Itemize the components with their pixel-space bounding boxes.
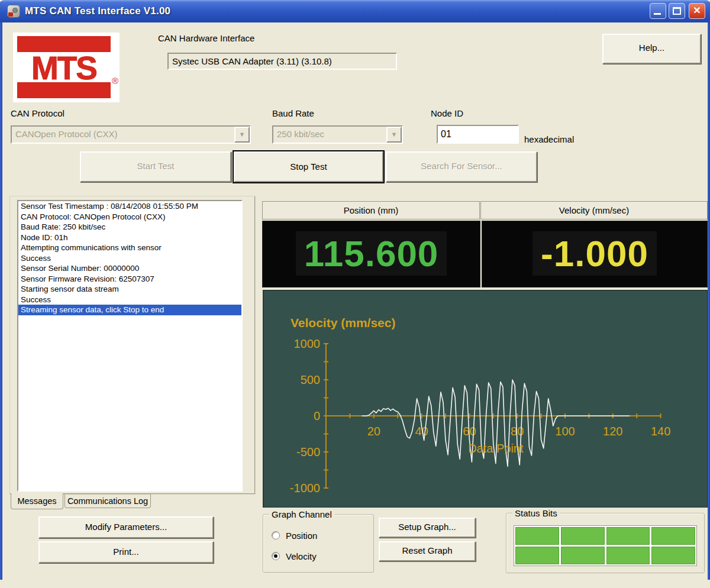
log-message-row[interactable]: Attempting communications with sensor [18, 243, 241, 253]
can-protocol-select: CANOpen Protocol (CXX) ▼ [11, 125, 251, 144]
velocity-header: Velocity (mm/sec) [480, 201, 708, 219]
start-test-button: Start Test [80, 151, 231, 182]
close-icon: ✕ [689, 5, 705, 16]
velocity-graph-panel: 20406080100120140-1000-50005001000Veloci… [263, 290, 708, 508]
status-bit-cell [606, 527, 650, 545]
maximize-button[interactable] [669, 3, 685, 19]
status-bit-cell [606, 547, 650, 564]
chevron-down-icon: ▼ [386, 127, 402, 143]
log-message-row[interactable]: Baud Rate: 250 kbit/sec [18, 222, 241, 232]
graph-channel-label: Graph Channel [269, 509, 334, 519]
maximize-icon [673, 7, 681, 15]
graph-channel-group: Graph Channel Position Velocity [263, 514, 374, 573]
minimize-icon [654, 13, 661, 15]
log-message-row[interactable]: CAN Protocol: CANOpen Protocol (CXX) [18, 212, 241, 222]
mts-logo-text: MTS [17, 50, 111, 86]
svg-text:0: 0 [314, 409, 320, 422]
search-for-sensor-button: Search For Sensor... [386, 151, 537, 182]
position-header: Position (mm) [262, 201, 480, 219]
can-hardware-interface-label: CAN Hardware Interface [158, 33, 254, 43]
velocity-radio[interactable] [272, 552, 280, 560]
window-border-left [0, 22, 2, 580]
close-button[interactable]: ✕ [689, 3, 705, 19]
position-radio[interactable] [272, 531, 280, 539]
status-bit-cell [515, 527, 559, 545]
can-protocol-label: CAN Protocol [11, 108, 64, 118]
svg-text:1000: 1000 [294, 337, 321, 350]
status-bit-cell [651, 527, 695, 545]
reset-graph-button[interactable]: Reset Graph [379, 541, 476, 561]
status-bits-grid [514, 525, 697, 566]
modify-parameters-button[interactable]: Modify Parameters... [38, 516, 214, 538]
tab-communications-log[interactable]: Communications Log [64, 494, 151, 508]
log-message-row[interactable]: Sensor Firmware Revision: 62507307 [18, 274, 241, 285]
log-message-row[interactable]: Success [18, 253, 241, 264]
velocity-value: -1.000 [532, 231, 657, 276]
message-list[interactable]: Sensor Test Timestamp : 08/14/2008 01:55… [17, 200, 243, 492]
log-message-row[interactable]: Streaming sensor data, click Stop to end [18, 305, 241, 315]
mts-logo: MTS ® [13, 33, 120, 102]
baud-rate-value: 250 kbit/sec [277, 129, 324, 139]
minimize-button[interactable] [650, 3, 666, 19]
stop-test-button[interactable]: Stop Test [233, 150, 385, 183]
can-hardware-interface-field: Systec USB CAN Adapter (3.11) (3.10.8) [167, 53, 397, 70]
svg-text:Data Point: Data Point [468, 442, 524, 455]
print-button[interactable]: Print... [38, 541, 214, 563]
chevron-down-icon: ▼ [234, 127, 250, 143]
svg-text:100: 100 [555, 425, 575, 438]
status-bit-cell [561, 547, 605, 564]
baud-rate-label: Baud Rate [272, 108, 314, 118]
node-id-label: Node ID [431, 108, 463, 118]
node-id-input[interactable] [437, 125, 519, 144]
velocity-radio-label: Velocity [286, 551, 317, 561]
status-bits-group: Status Bits [506, 513, 705, 573]
baud-rate-select: 250 kbit/sec ▼ [272, 125, 403, 144]
app-icon [7, 5, 20, 18]
status-bit-cell [515, 547, 559, 564]
mts-logo-bottom-bar [17, 82, 111, 98]
svg-text:-500: -500 [296, 445, 320, 458]
log-message-row[interactable]: Sensor Test Timestamp : 08/14/2008 01:55… [18, 201, 241, 212]
status-bit-cell [561, 527, 605, 545]
status-bit-cell [651, 547, 695, 564]
svg-text:20: 20 [367, 425, 380, 438]
log-message-row[interactable]: Sensor Serial Number: 00000000 [18, 263, 241, 274]
position-radio-label: Position [286, 531, 317, 541]
svg-text:500: 500 [301, 373, 320, 386]
title-bar[interactable]: MTS CAN Test Interface V1.00 ✕ [0, 0, 710, 22]
log-message-row[interactable]: Success [18, 295, 241, 305]
registered-trademark-icon: ® [112, 76, 118, 86]
can-protocol-value: CANOpen Protocol (CXX) [15, 129, 118, 139]
stop-test-button-face[interactable]: Stop Test [234, 151, 383, 182]
window-title: MTS CAN Test Interface V1.00 [25, 5, 170, 17]
svg-text:-1000: -1000 [290, 482, 320, 495]
svg-text:140: 140 [651, 425, 670, 438]
velocity-display: -1.000 [482, 221, 708, 287]
hexadecimal-label: hexadecimal [524, 134, 574, 144]
position-display: 115.600 [262, 221, 480, 287]
velocity-graph-svg: 20406080100120140-1000-50005001000Veloci… [263, 290, 707, 507]
app-icon-lens [12, 8, 18, 13]
position-value: 115.600 [296, 231, 447, 276]
log-message-row[interactable]: Node ID: 01h [18, 232, 241, 243]
status-bits-label: Status Bits [512, 508, 560, 518]
app-icon-red-mark [8, 12, 13, 17]
tab-messages[interactable]: Messages [11, 493, 63, 509]
svg-text:120: 120 [603, 425, 622, 438]
window-border-right [708, 22, 710, 580]
log-message-row[interactable]: Starting sensor data stream [18, 284, 241, 295]
svg-text:Velocity (mm/sec): Velocity (mm/sec) [291, 316, 395, 329]
help-button[interactable]: Help... [602, 34, 701, 64]
setup-graph-button[interactable]: Setup Graph... [379, 518, 476, 538]
